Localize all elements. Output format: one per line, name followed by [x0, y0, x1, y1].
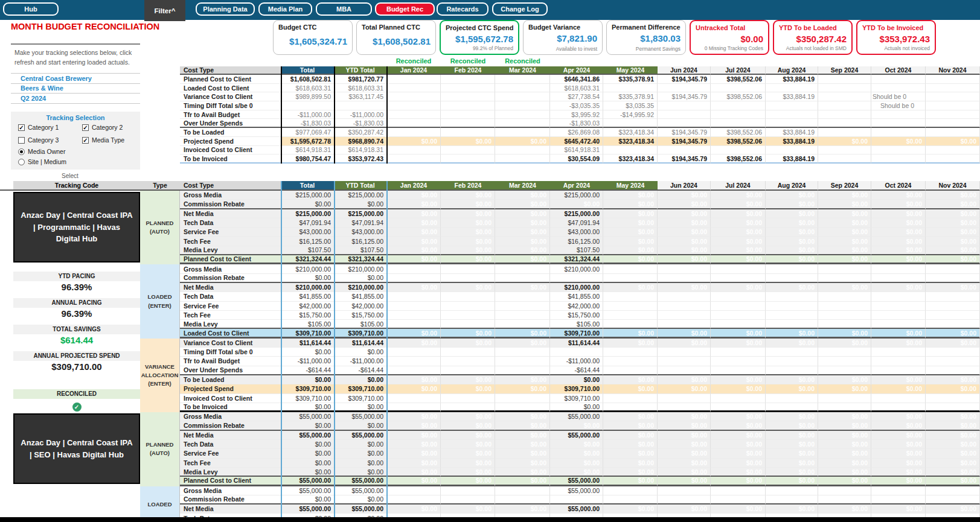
month-value[interactable]: $309,710.00	[550, 329, 603, 338]
month-value[interactable]	[711, 394, 766, 403]
month-value[interactable]	[603, 394, 658, 403]
month-value[interactable]: $0.00	[495, 209, 550, 218]
month-value[interactable]	[603, 302, 658, 311]
month-value[interactable]	[926, 110, 980, 119]
month-value[interactable]	[603, 264, 658, 273]
month-value[interactable]: $0.00	[711, 412, 766, 421]
month-value[interactable]	[495, 486, 550, 495]
month-value[interactable]: $0.00	[766, 283, 818, 292]
month-value[interactable]	[711, 119, 766, 128]
month-value[interactable]: $0.00	[871, 440, 926, 449]
month-value[interactable]: $0.00	[926, 209, 980, 218]
month-value[interactable]	[766, 394, 818, 403]
filter-link-central-coast-brewery[interactable]: Central Coast Brewery	[11, 73, 140, 83]
month-value[interactable]	[711, 348, 766, 357]
month-value[interactable]: $0.00	[711, 218, 766, 228]
month-value[interactable]	[386, 128, 441, 137]
month-value[interactable]: $0.00	[441, 228, 495, 237]
month-value[interactable]: $0.00	[603, 228, 658, 237]
month-value[interactable]: $0.00	[603, 504, 658, 514]
month-value[interactable]	[658, 366, 711, 375]
month-value[interactable]: $0.00	[926, 459, 980, 468]
month-value[interactable]	[871, 366, 926, 375]
month-value[interactable]: $55,000.00	[550, 477, 603, 486]
month-value[interactable]	[766, 292, 818, 301]
month-value[interactable]: $0.00	[386, 228, 441, 237]
month-value[interactable]: $33,884.19	[766, 154, 818, 164]
ytd-value[interactable]: $0.00	[334, 348, 386, 357]
month-value[interactable]: $0.00	[658, 449, 711, 458]
month-value[interactable]: $0.00	[658, 228, 711, 237]
nav-tab-change-log[interactable]: Change Log	[492, 2, 548, 16]
month-value[interactable]: $0.00	[550, 440, 603, 449]
ytd-value[interactable]: -$1,830.03	[334, 119, 386, 128]
month-value[interactable]	[495, 119, 550, 128]
month-value[interactable]	[926, 274, 980, 283]
month-value[interactable]: $0.00	[818, 440, 871, 449]
month-value[interactable]: $0.00	[495, 228, 550, 237]
ytd-value[interactable]: $0.00	[334, 421, 386, 430]
month-value[interactable]: $0.00	[926, 431, 980, 440]
nav-tab-ratecards[interactable]: Ratecards	[437, 2, 488, 16]
month-value[interactable]: $398,552.06	[711, 154, 766, 164]
month-value[interactable]: $0.00	[603, 412, 658, 421]
month-value[interactable]	[386, 366, 441, 375]
month-value[interactable]	[495, 274, 550, 283]
month-value[interactable]: $0.00	[495, 191, 550, 200]
ytd-value[interactable]: $981,720.77	[334, 75, 386, 84]
month-value[interactable]: $0.00	[658, 477, 711, 486]
total-value[interactable]: $309,710.00	[281, 394, 334, 403]
month-value[interactable]	[495, 495, 550, 504]
month-value[interactable]: $0.00	[495, 255, 550, 264]
month-value[interactable]: $0.00	[926, 384, 980, 393]
month-value[interactable]	[766, 264, 818, 273]
month-value[interactable]: $0.00	[711, 246, 766, 255]
month-value[interactable]	[550, 348, 603, 357]
month-value[interactable]	[495, 84, 550, 93]
total-value[interactable]: $210,000.00	[281, 283, 334, 292]
month-value[interactable]	[818, 302, 871, 311]
month-value[interactable]	[386, 320, 441, 329]
month-value[interactable]: $309,710.00	[550, 394, 603, 403]
month-value[interactable]: Should be 0	[871, 92, 926, 101]
month-value[interactable]: $0.00	[818, 209, 871, 218]
total-value[interactable]: $321,324.44	[281, 255, 334, 264]
month-value[interactable]: $0.00	[550, 468, 603, 477]
ytd-value[interactable]: $42,000.00	[334, 302, 386, 311]
month-value[interactable]: $0.00	[818, 237, 871, 246]
month-value[interactable]: $0.00	[658, 246, 711, 255]
month-value[interactable]: $0.00	[926, 477, 980, 486]
month-value[interactable]: $398,552.06	[711, 75, 766, 84]
month-value[interactable]	[766, 302, 818, 311]
month-value[interactable]: $0.00	[711, 375, 766, 384]
month-value[interactable]: $0.00	[441, 459, 495, 468]
month-value[interactable]	[386, 348, 441, 357]
month-value[interactable]	[926, 495, 980, 504]
month-value[interactable]	[495, 101, 550, 110]
month-value[interactable]	[495, 357, 550, 366]
month-value[interactable]: $0.00	[818, 329, 871, 338]
month-value[interactable]	[871, 302, 926, 311]
total-value[interactable]	[281, 101, 334, 110]
month-value[interactable]: $0.00	[871, 421, 926, 430]
month-value[interactable]	[766, 357, 818, 366]
month-value[interactable]: $0.00	[818, 218, 871, 228]
month-value[interactable]: $0.00	[818, 246, 871, 255]
month-value[interactable]	[926, 292, 980, 301]
month-value[interactable]	[441, 274, 495, 283]
ytd-value[interactable]: $55,000.00	[334, 486, 386, 495]
month-value[interactable]	[871, 274, 926, 283]
month-value[interactable]	[926, 403, 980, 412]
month-value[interactable]: $15,750.00	[550, 311, 603, 320]
month-value[interactable]	[711, 84, 766, 93]
month-value[interactable]: $33,884.19	[766, 128, 818, 137]
month-value[interactable]: $323,418.34	[603, 137, 658, 146]
ytd-value[interactable]: $105.00	[334, 320, 386, 329]
total-value[interactable]: $215,000.00	[281, 209, 334, 218]
month-value[interactable]	[711, 274, 766, 283]
month-value[interactable]: $0.00	[386, 339, 441, 348]
month-value[interactable]	[926, 394, 980, 403]
month-value[interactable]: $194,345.79	[658, 92, 711, 101]
total-value[interactable]: $0.00	[281, 421, 334, 430]
total-value[interactable]: $11,614.44	[281, 339, 334, 348]
